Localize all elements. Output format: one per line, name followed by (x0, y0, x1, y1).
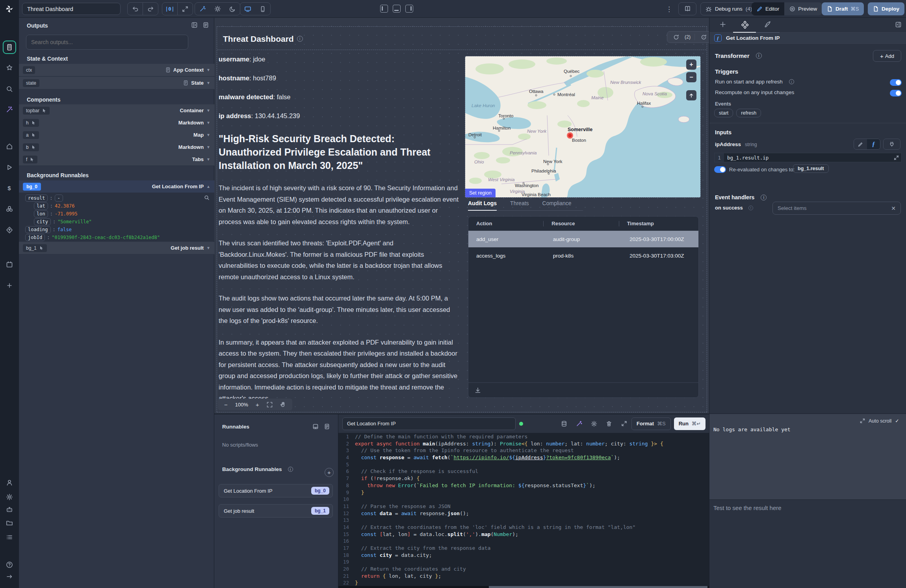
rail-add-icon[interactable] (6, 282, 13, 289)
connect-input-icon[interactable] (883, 139, 900, 150)
table-header-cell[interactable]: Resource (544, 221, 623, 226)
rail-settings-icon[interactable] (6, 493, 13, 501)
state-context-row[interactable]: ctxApp Context▼ (19, 64, 214, 76)
reeval-toggle[interactable] (714, 166, 726, 173)
ai-wand-icon[interactable] (195, 3, 210, 15)
map-zoom-out-button[interactable]: − (686, 72, 696, 82)
mobile-view-icon[interactable] (255, 3, 270, 15)
component-row-f[interactable]: f Tabs▼ (19, 153, 214, 166)
refresh-app-button[interactable] (667, 32, 685, 43)
docs-button[interactable] (678, 2, 696, 15)
rail-folders-icon[interactable] (6, 519, 13, 527)
rail-variables-icon[interactable]: $ (7, 185, 11, 191)
rail-search-icon[interactable] (6, 85, 13, 93)
rail-favorites-icon[interactable] (6, 64, 13, 71)
desktop-view-icon[interactable] (240, 3, 255, 15)
toggle-right-panel-icon[interactable] (405, 5, 413, 13)
eval-mode-icon[interactable]: ƒ (867, 139, 880, 149)
map-locate-button[interactable] (686, 90, 696, 100)
code-editor[interactable]: 1// Define the main function with the re… (338, 433, 709, 586)
add-transformer-button[interactable]: +Add (873, 50, 901, 62)
bg1-output-row[interactable]: bg_1 Get job result▼ (19, 242, 214, 254)
static-mode-icon[interactable] (854, 139, 867, 149)
zoom-in-button[interactable]: + (256, 401, 259, 408)
collapse-panel-icon[interactable] (191, 22, 197, 28)
window-icon[interactable] (313, 424, 318, 429)
app-canvas[interactable]: Threat Dashboard i (2) username: jdoehos… (214, 18, 709, 414)
on-success-select[interactable]: Select items ✕ (772, 202, 901, 215)
preview-tab[interactable]: Preview (784, 2, 822, 15)
map-component[interactable]: QuébecOttawaMontréalNew BrunswickNova Sc… (465, 56, 700, 197)
recompute-toggle[interactable] (890, 90, 902, 96)
map[interactable]: QuébecOttawaMontréalNew BrunswickNova Sc… (465, 56, 700, 197)
component-row-a[interactable]: a Map▼ (19, 129, 214, 141)
toggle-bottom-panel-icon[interactable] (393, 5, 401, 13)
table-row[interactable]: access_logsprod-k8s2025-03-30T17:03:00Z (468, 247, 698, 264)
horizontal-scrollbar[interactable] (338, 586, 709, 588)
tab-threats[interactable]: Threats (510, 200, 529, 210)
pan-hand-icon[interactable] (280, 402, 286, 408)
run-button[interactable]: Run⌘↵ (674, 417, 705, 430)
doc-list-icon[interactable] (203, 22, 209, 28)
table-header-cell[interactable]: Timestamp (619, 221, 698, 226)
app-title-input[interactable] (22, 3, 121, 15)
tab-compliance[interactable]: Compliance (542, 200, 572, 210)
light-mode-icon[interactable] (210, 3, 225, 15)
windmill-logo[interactable] (0, 0, 19, 18)
table-header-cell[interactable]: Action (468, 221, 548, 226)
bg0-output-row[interactable]: bg_0 Get Location From IP▲ (19, 180, 214, 193)
rail-ai-bot-icon[interactable] (6, 506, 13, 513)
toggle-left-panel-icon[interactable] (380, 5, 388, 13)
add-bg-runnable-button[interactable]: + (325, 468, 334, 477)
rail-list-icon[interactable] (6, 534, 13, 541)
ai-assist-icon[interactable] (572, 421, 587, 427)
runnable-title-input[interactable] (342, 417, 516, 430)
component-row-h[interactable]: h Markdown▼ (19, 117, 214, 129)
styling-tab[interactable] (764, 21, 771, 28)
input-expression[interactable]: 1bg_1.result.ip (714, 153, 902, 162)
download-icon[interactable] (475, 387, 481, 393)
expand-canvas-button[interactable] (178, 3, 193, 15)
rail-help-icon[interactable] (6, 561, 13, 568)
rail-logout-icon[interactable] (6, 573, 13, 580)
db-schema-icon[interactable] (557, 421, 572, 427)
rail-ai-wand-icon[interactable] (6, 106, 13, 113)
event-chip-start[interactable]: start (714, 109, 733, 117)
expand-editor-icon[interactable] (616, 421, 631, 427)
insert-component-tab[interactable] (719, 21, 726, 28)
doc-icon[interactable] (324, 424, 330, 429)
component-settings-tab[interactable] (741, 21, 749, 29)
collapse-right-panel-icon[interactable] (895, 22, 901, 28)
clear-select-icon[interactable]: ✕ (891, 205, 896, 211)
bg-runnable-item-bg_0[interactable]: Get Location From IPbg_0 (219, 484, 333, 497)
fit-view-icon[interactable] (267, 402, 273, 408)
rail-resources-icon[interactable] (6, 205, 13, 213)
markdown-component-h[interactable]: username: jdoehostname: host789malware d… (219, 55, 460, 404)
component-row-b[interactable]: b Markdown▼ (19, 141, 214, 154)
rail-home-icon[interactable] (6, 143, 13, 150)
component-row-topbar[interactable]: topbar Container▼ (19, 104, 214, 117)
rail-calendar-icon[interactable] (6, 261, 13, 268)
delete-icon[interactable] (602, 421, 616, 427)
rail-outputs-icon[interactable] (3, 41, 16, 54)
reeval-dep-chip[interactable]: bg_1.result (793, 164, 829, 173)
redo-button[interactable] (143, 3, 158, 15)
expand-expression-icon[interactable] (894, 155, 899, 160)
map-zoom-in-button[interactable]: + (686, 59, 696, 70)
rail-runs-icon[interactable] (6, 164, 13, 171)
editor-tab[interactable]: Editor (752, 2, 784, 15)
format-button[interactable]: Format⌘S (631, 417, 671, 430)
auto-scroll-checkbox[interactable]: ✓ (895, 418, 899, 424)
bg-runnable-item-bg_1[interactable]: Get job resultbg_1 (219, 504, 333, 518)
state-context-row[interactable]: stateState▼ (19, 77, 214, 89)
rail-schedules-icon[interactable] (6, 226, 13, 234)
search-outputs-input[interactable] (26, 35, 188, 50)
rail-user-icon[interactable] (6, 479, 13, 486)
expand-logs-icon[interactable] (860, 418, 865, 423)
tab-audit-logs[interactable]: Audit Logs (468, 200, 497, 211)
zoom-out-button[interactable]: − (224, 401, 228, 408)
json-search-icon[interactable] (204, 195, 210, 200)
debug-runs-button[interactable]: Debug runs(4) (700, 2, 757, 15)
more-menu-icon[interactable]: ⋮ (666, 5, 672, 13)
draft-button[interactable]: Draft⌘S (822, 2, 864, 15)
